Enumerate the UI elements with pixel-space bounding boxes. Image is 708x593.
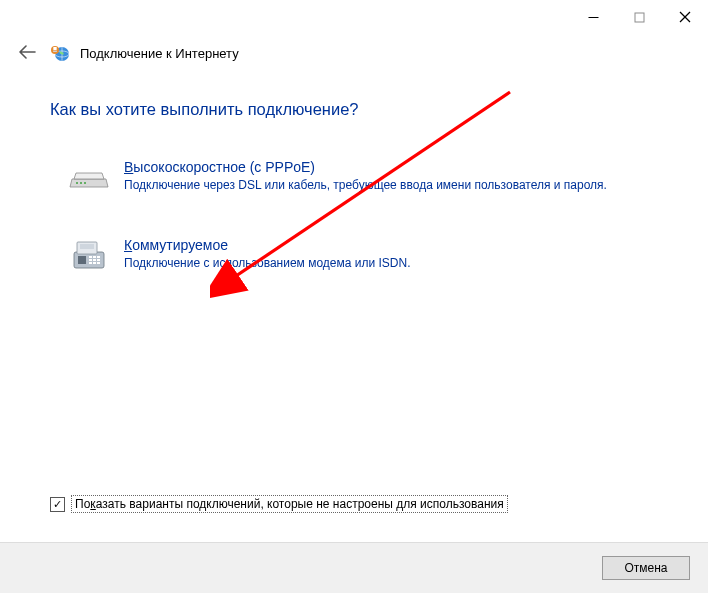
svg-point-9: [76, 182, 78, 184]
option-broadband[interactable]: Высокоскоростное (с PPPoE) Подключение ч…: [50, 153, 658, 211]
back-arrow-icon[interactable]: [16, 44, 38, 62]
svg-rect-20: [93, 259, 96, 261]
svg-rect-17: [93, 256, 96, 258]
window-title: Подключение к Интернету: [80, 46, 239, 61]
svg-rect-16: [89, 256, 92, 258]
svg-rect-14: [80, 244, 94, 249]
dialog-footer: Отмена: [0, 542, 708, 593]
wizard-header: Подключение к Интернету: [0, 34, 708, 70]
svg-rect-15: [78, 256, 86, 264]
svg-rect-1: [635, 13, 644, 22]
option-dialup[interactable]: Коммутируемое Подключение с использовани…: [50, 231, 658, 289]
option-broadband-title: Высокоскоростное (с PPPoE): [124, 159, 607, 175]
svg-rect-22: [89, 262, 92, 264]
cancel-button[interactable]: Отмена: [602, 556, 690, 580]
option-broadband-desc: Подключение через DSL или кабель, требую…: [124, 177, 607, 193]
option-dialup-desc: Подключение с использованием модема или …: [124, 255, 411, 271]
close-button[interactable]: [662, 4, 708, 30]
svg-rect-24: [97, 262, 100, 264]
checkbox-label: Показать варианты подключений, которые н…: [71, 495, 508, 513]
internet-globe-icon: [48, 42, 70, 64]
modem-icon: [68, 159, 110, 201]
content-area: Как вы хотите выполнить подключение? Выс…: [0, 70, 708, 289]
svg-rect-19: [89, 259, 92, 261]
svg-rect-7: [53, 47, 56, 50]
minimize-button[interactable]: [570, 4, 616, 30]
svg-rect-23: [93, 262, 96, 264]
svg-rect-8: [53, 51, 57, 52]
svg-point-10: [80, 182, 82, 184]
show-all-options-checkbox[interactable]: ✓ Показать варианты подключений, которые…: [50, 495, 508, 513]
fax-modem-icon: [68, 237, 110, 279]
page-heading: Как вы хотите выполнить подключение?: [50, 100, 658, 119]
maximize-button[interactable]: [616, 4, 662, 30]
svg-rect-21: [97, 259, 100, 261]
svg-rect-18: [97, 256, 100, 258]
option-dialup-title: Коммутируемое: [124, 237, 411, 253]
svg-point-11: [84, 182, 86, 184]
titlebar: [0, 0, 708, 34]
checkbox-icon: ✓: [50, 497, 65, 512]
